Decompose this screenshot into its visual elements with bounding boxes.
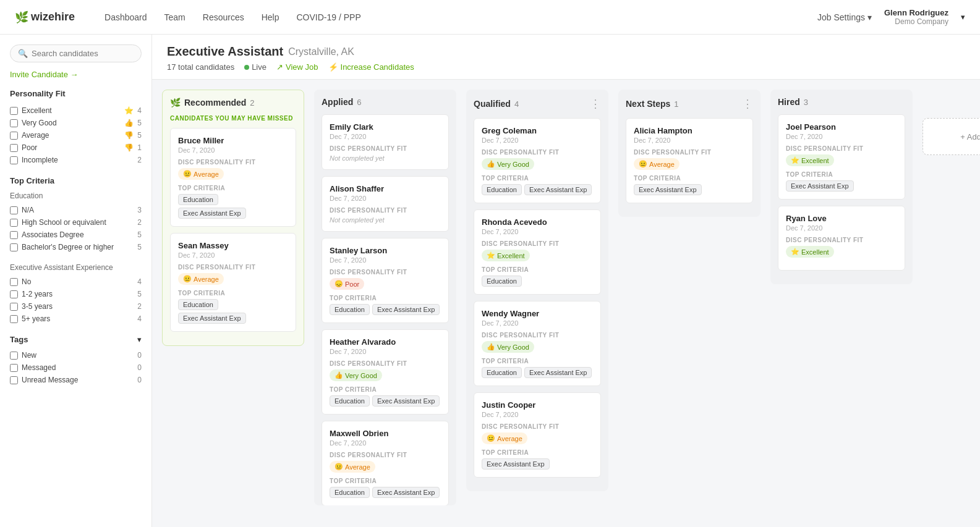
card-wendy-wagner[interactable]: Wendy Wagner Dec 7, 2020 DISC PERSONALIT… (474, 301, 601, 386)
nav-team[interactable]: Team (164, 12, 185, 22)
criteria-tags: Exec Assistant Exp (482, 458, 593, 470)
card-heather-alvarado[interactable]: Heather Alvarado Dec 7, 2020 DISC PERSON… (322, 329, 449, 415)
criteria-tags: Education Exec Assistant Exp (330, 395, 441, 407)
filter-associates[interactable]: Associates Degree 5 (10, 229, 142, 241)
candidate-date: Dec 7, 2020 (482, 411, 593, 418)
filter-incomplete[interactable]: Incomplete 2 (10, 154, 142, 166)
logo[interactable]: 🌿 wizehire (15, 11, 75, 24)
view-job-link[interactable]: ↗ View Job (276, 62, 318, 72)
card-maxwell-obrien[interactable]: Maxwell Obrien Dec 7, 2020 DISC PERSONAL… (322, 421, 449, 505)
nav-dashboard[interactable]: Dashboard (104, 12, 147, 22)
face-icon: 😐 (183, 275, 192, 283)
column-title-recommended: 🌿 Recommended 2 (170, 98, 255, 108)
search-icon: 🔍 (18, 49, 28, 58)
criteria-tags: Education (482, 276, 593, 287)
criteria-tags: Education Exec Assistant Exp (482, 184, 593, 195)
page-title-area: Executive Assistant Crystalville, AK (167, 44, 965, 59)
add-stage-button[interactable]: + Add a new stage (922, 118, 980, 155)
face-icon: 😐 (639, 160, 647, 168)
column-applied: Applied 6 Emily Clark Dec 7, 2020 DISC P… (314, 90, 456, 505)
card-alison-shaffer[interactable]: Alison Shaffer Dec 7, 2020 DISC PERSONAL… (322, 176, 449, 232)
education-label: Education (10, 192, 142, 200)
job-settings-button[interactable]: Job Settings ▾ (817, 12, 872, 22)
thumbsup-icon: 👍 (334, 371, 343, 379)
candidate-name: Joel Pearson (786, 122, 897, 132)
column-title-applied: Applied 6 (322, 97, 362, 107)
filter-bachelors[interactable]: Bachelor's Degree or higher 5 (10, 241, 142, 253)
user-chevron-icon: ▾ (961, 12, 965, 22)
card-ryan-love[interactable]: Ryan Love Dec 7, 2020 DISC PERSONALITY F… (778, 206, 905, 271)
invite-candidate-link[interactable]: Invite Candidate → (10, 70, 142, 79)
column-menu-next-steps[interactable]: ⋮ (742, 97, 753, 111)
personality-fit-filter: Personality Fit Excellent ⭐ 4 Very Good … (10, 89, 142, 166)
disc-label: DISC PERSONALITY FIT (482, 332, 593, 339)
card-justin-cooper[interactable]: Justin Cooper Dec 7, 2020 DISC PERSONALI… (474, 392, 601, 478)
star-icon: ⭐ (487, 251, 495, 259)
criteria-tag: Education (330, 304, 370, 315)
disc-badge-average: 😐 Average (178, 168, 224, 180)
card-sean-massey[interactable]: Sean Massey Dec 7, 2020 DISC PERSONALITY… (170, 233, 296, 332)
column-next-steps: Next Steps 1 ⋮ Alicia Hampton Dec 7, 202… (618, 90, 761, 217)
search-input[interactable] (32, 49, 134, 58)
card-stanley-larson[interactable]: Stanley Larson Dec 7, 2020 DISC PERSONAL… (322, 238, 449, 323)
disc-label: DISC PERSONALITY FIT (330, 145, 441, 152)
top-criteria-label: TOP CRITERIA (482, 449, 593, 456)
disc-label: DISC PERSONALITY FIT (330, 452, 441, 458)
candidate-date: Dec 7, 2020 (330, 195, 441, 202)
candidate-name: Maxwell Obrien (330, 429, 441, 438)
nav-covid[interactable]: COVID-19 / PPP (296, 12, 360, 22)
filter-na[interactable]: N/A 3 (10, 204, 142, 216)
card-joel-pearson[interactable]: Joel Pearson Dec 7, 2020 DISC PERSONALIT… (778, 114, 905, 200)
disc-label: DISC PERSONALITY FIT (482, 149, 593, 156)
filter-no-exp[interactable]: No 4 (10, 276, 142, 288)
criteria-tags: Education Exec Assistant Exp (330, 304, 441, 315)
card-bruce-miller[interactable]: Bruce Miller Dec 7, 2020 DISC PERSONALIT… (170, 128, 296, 227)
column-recommended: 🌿 Recommended 2 CANDIDATES YOU MAY HAVE … (162, 90, 304, 346)
filter-tag-messaged[interactable]: Messaged 0 (10, 361, 142, 374)
card-emily-clark[interactable]: Emily Clark Dec 7, 2020 DISC PERSONALITY… (322, 114, 449, 170)
criteria-tag: Education (178, 299, 218, 310)
top-criteria-title: Top Criteria (10, 176, 142, 185)
criteria-tag: Education (178, 194, 218, 205)
disc-badge-excellent: ⭐ Excellent (786, 246, 834, 258)
filter-average[interactable]: Average 👎 5 (10, 129, 142, 141)
add-stage-label: + Add a new stage (960, 132, 980, 141)
page-meta: 17 total candidates Live ↗ View Job ⚡ In… (167, 62, 965, 72)
logo-text: wizehire (31, 11, 75, 23)
filter-excellent[interactable]: Excellent ⭐ 4 (10, 104, 142, 117)
filter-highschool[interactable]: High School or equivalent 2 (10, 216, 142, 229)
candidate-date: Dec 7, 2020 (634, 137, 745, 144)
top-criteria-filter: Top Criteria Education N/A 3 High School… (10, 176, 142, 253)
candidate-date: Dec 7, 2020 (330, 133, 441, 140)
filter-1-2-years[interactable]: 1-2 years 5 (10, 288, 142, 300)
filter-3-5-years[interactable]: 3-5 years 2 (10, 300, 142, 313)
filter-5plus-years[interactable]: 5+ years 4 (10, 313, 142, 325)
exec-exp-filter: Executive Assistant Experience No 4 1-2 … (10, 263, 142, 325)
search-box[interactable]: 🔍 (10, 44, 142, 62)
nav-help[interactable]: Help (262, 12, 279, 22)
top-criteria-label: TOP CRITERIA (178, 290, 288, 297)
card-alicia-hampton[interactable]: Alicia Hampton Dec 7, 2020 DISC PERSONAL… (626, 118, 753, 203)
tags-header[interactable]: Tags ▾ (10, 335, 142, 344)
filter-poor[interactable]: Poor 👎 1 (10, 141, 142, 154)
filter-tag-unread[interactable]: Unread Message 0 (10, 374, 142, 386)
criteria-tags: Exec Assistant Exp (786, 180, 897, 192)
candidate-name: Greg Coleman (482, 126, 593, 135)
disc-label: DISC PERSONALITY FIT (482, 240, 593, 247)
filter-tag-new[interactable]: New 0 (10, 349, 142, 361)
card-greg-coleman[interactable]: Greg Coleman Dec 7, 2020 DISC PERSONALIT… (474, 118, 601, 203)
tags-filter: Tags ▾ New 0 Messaged 0 Unread Message 0 (10, 335, 142, 386)
nav-resources[interactable]: Resources (203, 12, 244, 22)
criteria-tag: Education (482, 276, 522, 287)
increase-candidates-link[interactable]: ⚡ Increase Candidates (328, 62, 414, 72)
column-menu-qualified[interactable]: ⋮ (590, 97, 601, 111)
user-menu[interactable]: Glenn Rodriguez Demo Company (884, 8, 948, 26)
content-header: Executive Assistant Crystalville, AK 17 … (152, 35, 980, 80)
card-rhonda-acevedo[interactable]: Rhonda Acevedo Dec 7, 2020 DISC PERSONAL… (474, 209, 601, 295)
candidate-name: Alison Shaffer (330, 184, 441, 193)
filter-very-good[interactable]: Very Good 👍 5 (10, 117, 142, 129)
user-name: Glenn Rodriguez (884, 8, 948, 17)
not-completed: Not completed yet (330, 154, 441, 162)
candidate-name: Emily Clark (330, 122, 441, 132)
candidate-name: Heather Alvarado (330, 337, 441, 347)
